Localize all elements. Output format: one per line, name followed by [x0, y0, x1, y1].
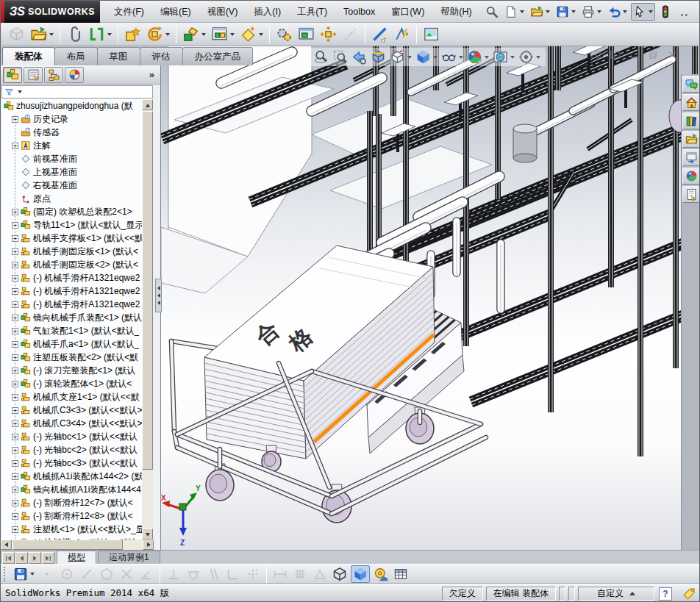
- tree-item[interactable]: +机械手爪a<1> (默认<默认_: [1, 337, 142, 351]
- dropdown-arrow[interactable]: [649, 10, 653, 13]
- toolbar-grip[interactable]: [4, 567, 7, 581]
- tree-item[interactable]: +(固定) 吹塑机总装配2<1>: [1, 205, 142, 218]
- tree-item[interactable]: +(-) 机械手滑杆A1321eqwe2: [1, 284, 142, 298]
- display-style-button[interactable]: [415, 49, 438, 65]
- panel-tab-configurationmanager[interactable]: [44, 67, 63, 83]
- dropdown-arrow[interactable]: [230, 33, 235, 36]
- tree-item[interactable]: +(-) 光轴bc<3> (默认<<默认: [1, 456, 142, 470]
- measure-tape-button[interactable]: [372, 565, 390, 583]
- grid-button[interactable]: [291, 565, 309, 583]
- panel-tabs-overflow[interactable]: »: [149, 69, 160, 80]
- search-button[interactable]: [483, 3, 501, 21]
- dropdown-arrow[interactable]: [49, 33, 54, 36]
- section-view-button[interactable]: [370, 49, 387, 65]
- smart-component-button[interactable]: [123, 24, 143, 45]
- dropdown-arrow[interactable]: [520, 10, 524, 13]
- menu-文件F[interactable]: 文件(F): [106, 1, 152, 23]
- reference-geometry-button[interactable]: [238, 24, 265, 45]
- tree-expand-box[interactable]: +: [12, 460, 18, 467]
- tree-expand-box[interactable]: +: [12, 473, 18, 480]
- tree-expand-box[interactable]: +: [12, 328, 18, 334]
- tree-item[interactable]: +(-) 机械手滑杆A1321eqwe2: [1, 298, 142, 311]
- menu-窗口W[interactable]: 窗口(W): [383, 1, 432, 23]
- tree-expand-box[interactable]: +: [12, 288, 18, 295]
- dimension-button[interactable]: [271, 565, 289, 583]
- assembly-features-button[interactable]: [181, 24, 207, 45]
- tree-expand-box[interactable]: +: [12, 315, 18, 321]
- tree-item[interactable]: +(-) 注塑模<1> (默认<<默认: [1, 536, 142, 540]
- scroll-right-button[interactable]: [143, 540, 154, 550]
- tree-item[interactable]: 前视基准面: [1, 152, 142, 165]
- component-pattern-button[interactable]: [210, 24, 236, 45]
- doc-next-button[interactable]: [609, 49, 621, 60]
- previous-view-button[interactable]: [351, 49, 368, 65]
- tree-item[interactable]: +(-) 光轴bc<1> (默认<<默认: [1, 430, 142, 443]
- panel-tab-propertymanager[interactable]: [24, 67, 43, 83]
- relation-tangent-button[interactable]: [185, 565, 202, 583]
- tree-item[interactable]: 上视基准面: [1, 165, 142, 179]
- tree-item[interactable]: 原点: [1, 192, 142, 205]
- sketch-angle-button[interactable]: [138, 565, 155, 583]
- dropdown-arrow[interactable]: [623, 10, 627, 13]
- new-document-button[interactable]: [502, 3, 526, 21]
- nav-last-button[interactable]: [42, 552, 54, 564]
- view-orientation-button[interactable]: [389, 49, 413, 65]
- motion-gears-button[interactable]: [274, 24, 294, 45]
- help-button[interactable]: ?: [695, 3, 700, 21]
- dropdown-arrow[interactable]: [107, 33, 112, 36]
- tree-item[interactable]: 传感器: [1, 126, 142, 139]
- tree-item[interactable]: +注塑压板装配<2> (默认<默: [1, 351, 142, 364]
- tree-item[interactable]: +导轨11<1> (默认<默认_显示: [1, 218, 142, 232]
- relation-corner-button[interactable]: [224, 565, 242, 583]
- tree-item[interactable]: +镜向机械手爪装配<1> (默认: [1, 311, 142, 324]
- graphics-area[interactable]: 合格 X Y Z: [161, 46, 700, 550]
- tree-expand-box[interactable]: +: [12, 407, 18, 414]
- explode-sketch-button[interactable]: [340, 24, 360, 45]
- status-zoom-custom[interactable]: 自定义: [578, 587, 654, 601]
- tree-expand-box[interactable]: +: [12, 341, 18, 348]
- sketch-circle-button[interactable]: [58, 565, 76, 583]
- move-component-button[interactable]: [318, 24, 338, 45]
- panel-splitter[interactable]: [155, 279, 162, 312]
- tree-item[interactable]: +(-) 光轴bc<2> (默认<<默认: [1, 443, 142, 456]
- menu-工具T[interactable]: 工具(T): [289, 1, 335, 23]
- tree-item[interactable]: +机械爪C3<3> (默认<<默认>: [1, 404, 142, 417]
- menu-编辑E[interactable]: 编辑(E): [152, 1, 199, 23]
- save-button[interactable]: [12, 565, 36, 583]
- tree-item[interactable]: +(-) 滚刀完整装配<1> (默认: [1, 364, 142, 377]
- tree-item[interactable]: +(-) 割断滑杆12<7> (默认<: [1, 496, 142, 509]
- relation-parallel-button[interactable]: [204, 565, 222, 583]
- horizontal-scroll-thumb[interactable]: [12, 540, 123, 550]
- dropdown-arrow[interactable]: [459, 56, 463, 59]
- tree-expand-box[interactable]: +: [12, 394, 18, 401]
- sketch-point-button[interactable]: [38, 565, 56, 583]
- tree-item[interactable]: +注解: [1, 139, 142, 152]
- edit-appearance-button[interactable]: [466, 49, 490, 65]
- model-tab-运动算例1[interactable]: 运动算例1: [98, 551, 160, 564]
- mate-button[interactable]: [87, 24, 113, 45]
- tree-expand-box[interactable]: +: [12, 116, 18, 123]
- vertical-scroll-thumb[interactable]: [142, 111, 153, 470]
- sketch-polygon-button[interactable]: [98, 565, 115, 583]
- nav-prev-button[interactable]: [15, 552, 28, 564]
- command-tab-评估[interactable]: 评估: [140, 47, 183, 65]
- tree-expand-box[interactable]: +: [12, 368, 18, 374]
- dropdown-arrow[interactable]: [571, 10, 576, 13]
- dropdown-arrow[interactable]: [485, 56, 489, 59]
- viewport-3d-scene[interactable]: 合格 X Y Z: [161, 46, 700, 550]
- panel-tab-featuremanager[interactable]: [3, 67, 22, 83]
- open-part-button[interactable]: [29, 24, 55, 45]
- tree-expand-box[interactable]: +: [12, 301, 18, 308]
- wireframe-view-button[interactable]: [331, 565, 349, 583]
- dropdown-arrow[interactable]: [546, 10, 550, 13]
- tree-item[interactable]: 右视基准面: [1, 179, 142, 192]
- scroll-down-button[interactable]: [142, 528, 153, 540]
- taskpane-forum-button[interactable]: [682, 76, 700, 93]
- print-button[interactable]: [579, 3, 604, 21]
- dropdown-arrow[interactable]: [165, 33, 170, 36]
- measure-line-button[interactable]: [370, 24, 390, 45]
- tree-expand-box[interactable]: +: [12, 381, 18, 387]
- tree-expand-box[interactable]: +: [12, 275, 18, 282]
- tree-item[interactable]: +机械爪支座1<1> (默认<<默: [1, 390, 142, 404]
- tree-item[interactable]: +注塑机<1> (默认<<默认>_显: [1, 523, 142, 536]
